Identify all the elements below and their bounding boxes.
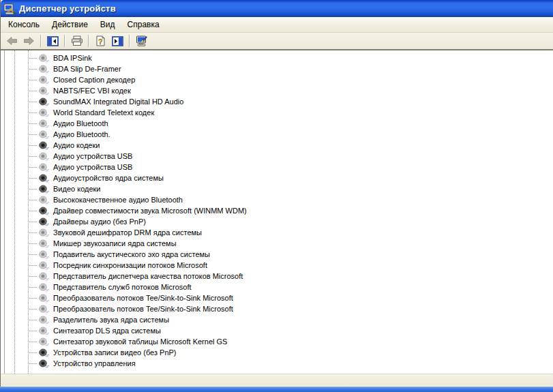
tree-connector-line (28, 232, 37, 233)
print-button[interactable] (69, 33, 85, 48)
speaker-device-icon (38, 326, 49, 336)
tree-connector-line (28, 123, 37, 124)
tree-connector-line (28, 243, 37, 244)
tree-item[interactable]: Синтезатор звуковой таблицы Microsoft Ke… (5, 336, 553, 347)
menu-action[interactable]: Действие (46, 18, 94, 31)
device-tree: BDA IPSink BDA Slip De-Framer Closed Cap… (4, 50, 553, 374)
speaker-device-icon (38, 75, 49, 85)
speaker-device-icon (38, 108, 49, 118)
tree-item[interactable]: World Standard Teletext кодек (5, 107, 553, 118)
tree-connector-line (28, 222, 37, 222)
tree-connector-line (28, 134, 37, 135)
tree-connector-line (28, 287, 37, 288)
title-bar[interactable]: Диспетчер устройств (1, 0, 553, 17)
speaker-device-icon (38, 184, 49, 194)
tree-item-label: Высококачественное аудио Bluetooth (53, 196, 183, 204)
tree-item-label: Разделитель звука ядра системы (53, 316, 169, 324)
show-action-pane-button[interactable] (110, 33, 125, 48)
device-manager-computer-icon (3, 3, 16, 15)
tree-item[interactable]: Представитель диспетчера качества потоко… (5, 271, 553, 282)
taskbar-edge[interactable] (0, 387, 553, 392)
speaker-device-icon (38, 304, 49, 314)
scan-hardware-button[interactable] (134, 33, 149, 48)
tree-item[interactable]: Синтезатор DLS ядра системы (5, 325, 553, 336)
menu-console[interactable]: Консоль (2, 18, 46, 31)
tree-item[interactable]: Closed Caption декодер (5, 74, 553, 85)
tree-item[interactable]: Аудио Bluetooth (5, 118, 553, 129)
tree-item-label: Преобразователь потоков Tee/Sink-to-Sink… (53, 294, 233, 302)
tree-item-label: Аудио кодеки (53, 141, 100, 149)
properties-button[interactable]: ? (93, 33, 108, 48)
tree-connector-line (28, 80, 37, 80)
back-button[interactable] (4, 33, 20, 48)
speaker-device-icon (38, 348, 49, 358)
tree-item-label: Микшер звукозаписи ядра системы (53, 239, 177, 247)
tree-item[interactable]: Драйвер совместимости звука Microsoft (W… (5, 205, 553, 216)
speaker-device-icon (38, 217, 49, 227)
tree-item-label: Аудио Bluetooth (53, 119, 108, 127)
tree-rows: BDA IPSink BDA Slip De-Framer Closed Cap… (5, 50, 553, 369)
tree-item[interactable]: Устройство управления (5, 358, 553, 369)
tree-connector-line (28, 102, 37, 102)
menu-help[interactable]: Справка (121, 18, 166, 31)
speaker-device-icon (38, 271, 49, 282)
show-console-tree-button[interactable] (45, 33, 61, 48)
tree-item[interactable]: Аудио устройства USB (5, 151, 553, 162)
tree-item[interactable]: Аудио устройства USB (5, 162, 553, 172)
tree-item[interactable]: Представитель служб потоков Microsoft (5, 282, 553, 292)
arrow-left-icon (6, 36, 18, 46)
speaker-device-icon (38, 173, 49, 183)
tree-item-label: Видео кодеки (53, 185, 101, 193)
tree-connector-line (28, 363, 37, 364)
tree-item-label: Посредник синхронизации потоков Microsof… (53, 261, 207, 269)
tree-item[interactable]: SoundMAX Integrated Digital HD Audio (5, 96, 553, 107)
document-question-icon: ? (95, 35, 106, 46)
tree-item[interactable]: BDA Slip De-Framer (5, 63, 553, 74)
tree-item-label: Аудио устройства USB (53, 152, 132, 160)
speaker-device-icon (38, 195, 49, 205)
tree-item-label: SoundMAX Integrated Digital HD Audio (53, 97, 183, 106)
speaker-device-icon (38, 228, 49, 238)
speaker-device-icon (38, 239, 49, 249)
tree-connector-line (28, 91, 37, 91)
tree-item[interactable]: Аудио Bluetooth. (5, 129, 553, 140)
speaker-device-icon (38, 359, 49, 369)
tree-item-label: Звуковой дешифратор DRM ядра системы (53, 228, 202, 237)
tree-connector-line (28, 211, 37, 211)
tree-item[interactable]: Драйверы аудио (без PnP) (5, 216, 553, 227)
speaker-device-icon (38, 53, 49, 63)
tree-connector-line (28, 309, 37, 310)
tree-item[interactable]: Подавитель акустического эхо ядра систем… (5, 249, 553, 260)
speaker-device-icon (38, 337, 49, 347)
panel-left-arrow-icon (47, 36, 59, 46)
tree-item-label: Подавитель акустического эхо ядра систем… (53, 250, 210, 258)
tree-item[interactable]: BDA IPSink (5, 52, 553, 63)
forward-button[interactable] (21, 33, 37, 48)
tree-item[interactable]: Аудио кодеки (5, 140, 553, 151)
tree-item[interactable]: Преобразователь потоков Tee/Sink-to-Sink… (5, 292, 553, 303)
tree-item[interactable]: Высококачественное аудио Bluetooth (5, 194, 553, 205)
tree-item[interactable]: Видео кодеки (5, 183, 553, 194)
tree-item-label: Драйверы аудио (без PnP) (53, 217, 146, 226)
tree-item-label: Представитель служб потоков Microsoft (53, 283, 192, 291)
tree-connector-line (28, 167, 37, 168)
tree-item[interactable]: Посредник синхронизации потоков Microsof… (5, 260, 553, 271)
tree-item[interactable]: Устройства записи видео (без PnP) (5, 347, 553, 358)
tree-item[interactable]: NABTS/FEC VBI кодек (5, 85, 553, 96)
tree-item-label: Представитель диспетчера качества потоко… (53, 272, 243, 280)
device-manager-window: Диспетчер устройств Консоль Действие Вид… (0, 0, 553, 387)
toolbar-separator (40, 35, 42, 47)
tree-item-label: Closed Caption декодер (53, 76, 135, 84)
tree-item[interactable]: Аудиоустройство ядра системы (5, 172, 553, 183)
speaker-device-icon (38, 293, 49, 303)
tree-item[interactable]: Микшер звукозаписи ядра системы (5, 238, 553, 249)
tree-item[interactable]: Разделитель звука ядра системы (5, 314, 553, 325)
tree-item[interactable]: Звуковой дешифратор DRM ядра системы (5, 227, 553, 238)
tree-connector-line (28, 156, 37, 157)
tree-item-label: Синтезатор звуковой таблицы Microsoft Ke… (53, 337, 227, 346)
tree-item-label: BDA IPSink (53, 54, 92, 62)
tree-item[interactable]: Преобразователь потоков Tee/Sink-to-Sink… (5, 303, 553, 314)
tree-item-label: Синтезатор DLS ядра системы (53, 327, 161, 335)
menu-view[interactable]: Вид (94, 18, 121, 31)
speaker-device-icon (38, 162, 49, 172)
